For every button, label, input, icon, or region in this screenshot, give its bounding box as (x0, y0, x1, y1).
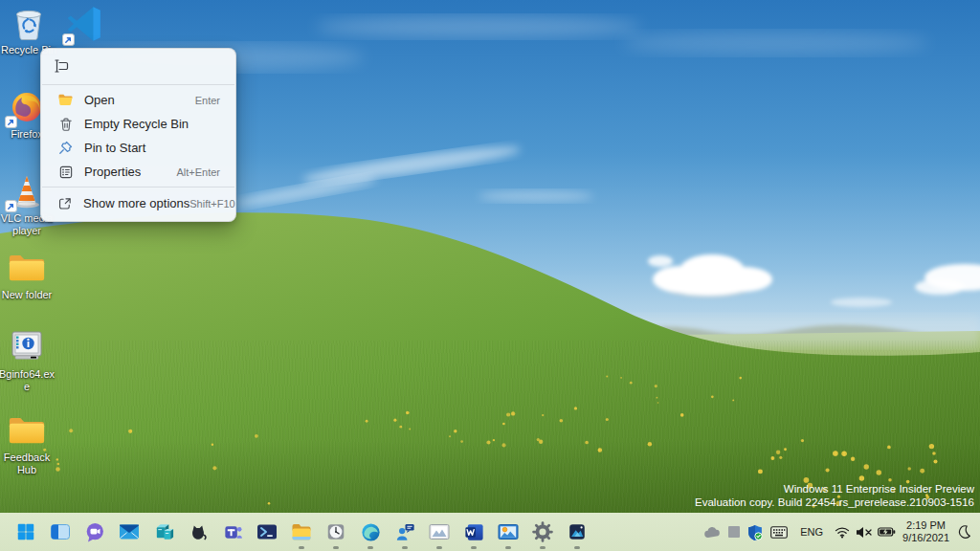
running-indicator (368, 546, 373, 549)
folder-icon (7, 409, 47, 450)
icon-label: Feedback Hub (0, 452, 54, 476)
desktop: Recycle Bin (0, 0, 980, 551)
teams-icon (222, 521, 244, 543)
language-indicator[interactable]: ENG (791, 517, 832, 547)
desktop-icon-feedback-hub[interactable]: Feedback Hub (0, 409, 54, 476)
menu-item-label: Show more options (83, 196, 189, 210)
windows-security-shield-icon[interactable] (744, 517, 767, 547)
context-menu: Open Enter Empty Recycle Bin (40, 48, 236, 222)
icon-label: Bginfo64.exe (0, 368, 57, 393)
running-indicator (471, 546, 477, 549)
touch-keyboard-icon[interactable] (767, 517, 791, 547)
menu-item-properties[interactable]: Properties Alt+Enter (45, 160, 232, 184)
word-button[interactable] (457, 513, 491, 551)
bginfo-icon (7, 326, 47, 366)
edge-button[interactable] (353, 513, 388, 551)
expand-icon (57, 195, 73, 211)
context-menu-toolbar (41, 53, 235, 81)
focus-assist-moon-icon[interactable] (953, 517, 976, 547)
settings-button[interactable] (525, 513, 560, 551)
menu-item-label: Properties (84, 165, 176, 179)
menu-separator (42, 84, 234, 85)
shortcut-arrow-icon (5, 200, 17, 212)
menu-item-label: Pin to Start (84, 141, 220, 155)
github-desktop-button[interactable] (181, 513, 215, 551)
clock-app-icon (325, 521, 346, 542)
chat-button[interactable] (78, 513, 112, 551)
desktop-icon-bginfo[interactable]: Bginfo64.exe (0, 326, 57, 393)
build-watermark: Windows 11 Enterprise Insider Preview Ev… (695, 482, 974, 509)
desktop-icon-new-folder[interactable]: New folder (0, 247, 54, 301)
powershell-button[interactable] (250, 513, 284, 551)
recycle-bin-icon (9, 2, 49, 42)
icon-label: Firefox (11, 128, 43, 141)
file-explorer-button[interactable] (284, 513, 319, 551)
running-indicator (299, 546, 304, 549)
image-preview-button[interactable] (491, 513, 525, 551)
running-indicator (540, 546, 546, 549)
task-view-button[interactable] (43, 513, 78, 551)
photos-icon (567, 521, 588, 542)
trash-icon (57, 116, 74, 132)
system-tray: ENG (700, 513, 976, 551)
feedback-person-icon (394, 521, 416, 543)
windows-logo-icon (15, 521, 36, 542)
feedback-hub-button[interactable] (388, 513, 422, 551)
running-indicator (574, 546, 580, 549)
tray-time: 2:19 PM (906, 519, 946, 532)
edge-icon (360, 521, 382, 543)
github-cat-icon (188, 521, 209, 542)
running-indicator (505, 546, 511, 549)
chat-icon (84, 521, 106, 543)
task-view-icon (49, 520, 72, 543)
battery-charging-icon[interactable] (875, 517, 899, 547)
word-icon (463, 521, 485, 543)
properties-icon (57, 164, 74, 180)
watermark-line1: Windows 11 Enterprise Insider Preview (695, 482, 974, 496)
image-preview-icon (497, 520, 520, 543)
language-label: ENG (800, 526, 823, 538)
start-button[interactable] (9, 513, 43, 551)
hidden-app-icon[interactable] (724, 517, 744, 547)
clock-tray[interactable]: 2:19 PM 9/16/2021 (899, 517, 953, 547)
pin-icon (57, 140, 74, 156)
desktop-icon-vscode[interactable] (59, 4, 109, 46)
icon-label: New folder (2, 289, 53, 301)
photos-button[interactable] (560, 513, 594, 551)
photo-viewer-icon (428, 520, 451, 543)
taskbar-apps (9, 513, 594, 551)
mail-button[interactable] (112, 513, 146, 551)
watermark-line2: Evaluation copy. Build 22454.rs_prerelea… (695, 496, 974, 509)
tray-date: 9/16/2021 (902, 532, 949, 544)
shortcut-arrow-icon (62, 33, 75, 46)
menu-item-label: Open (84, 93, 195, 107)
mail-icon (118, 520, 141, 543)
folder-open-icon (57, 92, 74, 108)
volume-muted-icon[interactable] (853, 517, 875, 547)
running-indicator (436, 546, 442, 549)
menu-item-pin-to-start[interactable]: Pin to Start (45, 136, 232, 160)
gear-icon (532, 521, 553, 542)
menu-item-shortcut: Shift+F10 (189, 198, 234, 209)
taskbar: ENG (0, 513, 980, 551)
clock-app-button[interactable] (319, 513, 353, 551)
menu-item-shortcut: Alt+Enter (176, 166, 220, 178)
folder-icon (7, 247, 47, 287)
shortcut-arrow-icon (5, 116, 17, 128)
wifi-icon[interactable] (832, 517, 853, 547)
running-indicator (402, 546, 408, 549)
menu-item-label: Empty Recycle Bin (84, 117, 220, 131)
menu-item-shortcut: Enter (195, 95, 220, 106)
teams-button[interactable] (215, 513, 250, 551)
server-app-button[interactable] (146, 513, 181, 551)
menu-item-show-more-options[interactable]: Show more options Shift+F10 (45, 190, 232, 216)
rename-icon[interactable] (53, 57, 72, 77)
running-indicator (333, 546, 339, 549)
onedrive-cloud-icon[interactable] (700, 517, 724, 547)
menu-separator (42, 187, 234, 187)
photo-viewer-button[interactable] (422, 513, 457, 551)
vscode-icon (64, 4, 104, 44)
file-explorer-icon (290, 520, 313, 543)
menu-item-open[interactable]: Open Enter (45, 88, 232, 112)
menu-item-empty-recycle-bin[interactable]: Empty Recycle Bin (45, 112, 232, 136)
